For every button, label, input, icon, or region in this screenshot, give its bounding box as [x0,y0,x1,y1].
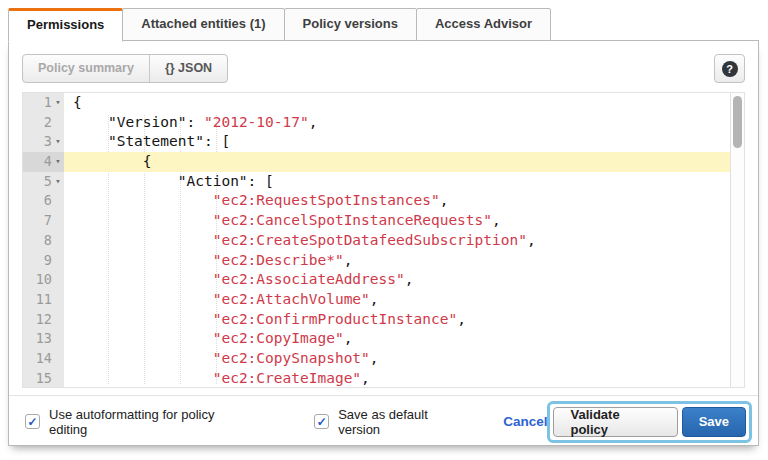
gutter-line-number[interactable]: 1▾ [23,93,64,113]
gutter-line-number[interactable]: 2 [23,113,64,133]
tab-policy-versions[interactable]: Policy versions [284,8,417,41]
code-line[interactable]: "ec2:CopyImage", [64,329,730,349]
panel-body: Policy summary {} JSON ? 1▾23▾4▾5▾678910… [8,40,759,446]
default-version-checkbox[interactable]: ✓ [314,414,329,429]
fold-spacer [52,231,64,251]
code-line[interactable]: "ec2:Describe*", [64,251,730,271]
gutter-line-number[interactable]: 8 [23,231,64,251]
autoformat-checkbox-row[interactable]: ✓ Use autoformatting for policy editing [25,407,256,437]
gutter-line-number[interactable]: 11 [23,290,64,310]
policy-editor-panel: Permissions Attached entities (1) Policy… [8,8,759,446]
gutter-line-number[interactable]: 9 [23,251,64,271]
tab-attached-entities[interactable]: Attached entities (1) [122,8,284,41]
fold-arrow-icon[interactable]: ▾ [52,93,64,113]
code-line[interactable]: "ec2:AttachVolume", [64,290,730,310]
autoformat-label: Use autoformatting for policy editing [49,407,256,437]
gutter-line-number[interactable]: 15 [23,369,64,388]
view-toggle-group: Policy summary {} JSON [22,54,228,83]
gutter-line-number[interactable]: 4▾ [23,152,64,172]
fold-spacer [52,113,64,133]
gutter-line-number[interactable]: 5▾ [23,172,64,192]
tab-access-advisor[interactable]: Access Advisor [416,8,551,41]
gutter-line-number[interactable]: 14 [23,349,64,369]
fold-spacer [52,329,64,349]
code-line[interactable]: "ec2:RequestSpotInstances", [64,191,730,211]
code-line[interactable]: "Action": [ [64,172,730,192]
focus-ring: Validate policy Save [547,401,752,443]
code-line[interactable]: "ec2:CopySnapshot", [64,349,730,369]
code-line[interactable]: "ec2:AssociateAddress", [64,270,730,290]
editor-code-area[interactable]: { "Version": "2012-10-17", "Statement": … [64,93,730,387]
code-line[interactable]: { [64,93,730,113]
gutter-line-number[interactable]: 3▾ [23,132,64,152]
gutter-line-number[interactable]: 10 [23,270,64,290]
code-line[interactable]: "Version": "2012-10-17", [64,113,730,133]
validate-policy-button[interactable]: Validate policy [553,407,677,437]
code-line[interactable]: "ec2:ConfirmProductInstance", [64,310,730,330]
editor-scrollbar[interactable] [730,93,744,387]
fold-spacer [52,369,64,388]
json-view-button[interactable]: {} JSON [149,55,227,82]
default-version-checkbox-row[interactable]: ✓ Save as default version [314,407,473,437]
tab-permissions[interactable]: Permissions [8,8,123,42]
policy-summary-button[interactable]: Policy summary [23,55,149,82]
editor-footer: ✓ Use autoformatting for policy editing … [9,395,758,447]
code-line[interactable]: "Statement": [ [64,132,730,152]
fold-arrow-icon[interactable]: ▾ [52,152,64,172]
gutter-line-number[interactable]: 6 [23,191,64,211]
cancel-link[interactable]: Cancel [503,414,547,429]
fold-arrow-icon[interactable]: ▾ [52,172,64,192]
fold-spacer [52,191,64,211]
checkmark-icon: ✓ [317,415,327,429]
code-line[interactable]: { [64,152,730,172]
code-line[interactable]: "ec2:CreateImage", [64,369,730,387]
help-icon: ? [722,61,738,77]
help-button[interactable]: ? [714,54,745,83]
tab-bar: Permissions Attached entities (1) Policy… [8,8,759,41]
editor-toolbar: Policy summary {} JSON ? [9,41,758,83]
default-version-label: Save as default version [338,407,473,437]
autoformat-checkbox[interactable]: ✓ [25,414,40,429]
editor-gutter: 1▾23▾4▾5▾6789101112131415 [23,93,64,387]
policy-json-editor[interactable]: 1▾23▾4▾5▾6789101112131415 { "Version": "… [22,92,745,388]
fold-spacer [52,290,64,310]
fold-spacer [52,349,64,369]
fold-spacer [52,270,64,290]
gutter-line-number[interactable]: 7 [23,211,64,231]
fold-spacer [52,211,64,231]
checkmark-icon: ✓ [27,415,37,429]
scrollbar-thumb[interactable] [733,96,742,148]
code-line[interactable]: "ec2:CancelSpotInstanceRequests", [64,211,730,231]
gutter-line-number[interactable]: 13 [23,329,64,349]
fold-spacer [52,310,64,330]
gutter-line-number[interactable]: 12 [23,310,64,330]
save-button[interactable]: Save [682,407,746,437]
fold-arrow-icon[interactable]: ▾ [52,132,64,152]
code-line[interactable]: "ec2:CreateSpotDatafeedSubscription", [64,231,730,251]
fold-spacer [52,251,64,271]
